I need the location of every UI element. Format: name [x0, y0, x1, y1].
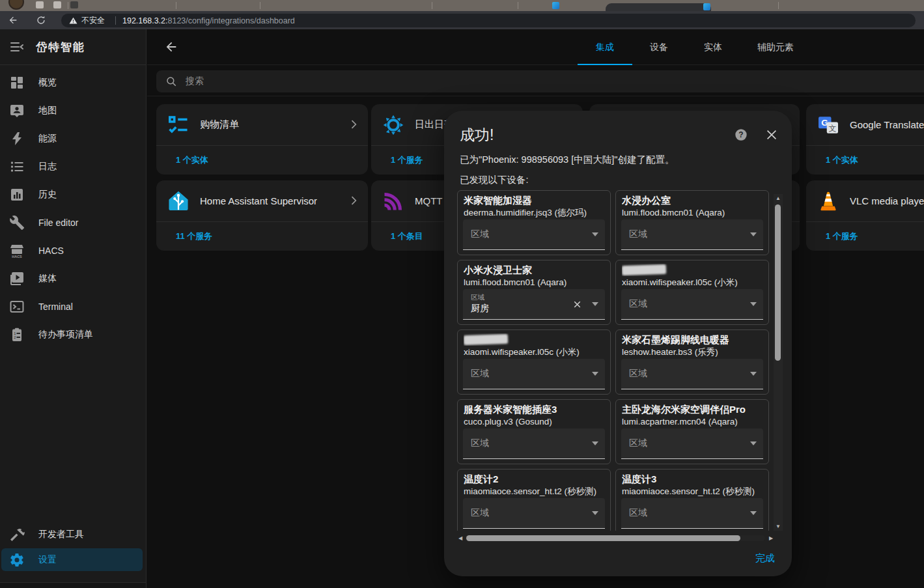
- area-select[interactable]: 区域: [621, 289, 763, 320]
- chevron-right-icon[interactable]: [347, 118, 360, 131]
- sun-icon: [382, 113, 405, 137]
- sidebar-item-label: 历史: [38, 189, 57, 201]
- back-icon[interactable]: [164, 40, 178, 54]
- chevron-down-icon[interactable]: [750, 511, 757, 515]
- search-input[interactable]: 搜索: [156, 70, 924, 92]
- sidebar-item-todo-list[interactable]: 12 待办事项清单: [0, 320, 146, 348]
- integration-card-ha-supervisor[interactable]: Home Assistant Supervisor 11 个服务: [156, 180, 368, 251]
- integration-card-google-translate[interactable]: G文 Google Translate t 1 个实体: [806, 104, 924, 175]
- sidebar-header: 岱特智能: [0, 29, 146, 65]
- browser-profile-avatar[interactable]: [8, 0, 24, 10]
- device-card: 服务器米家智能插座3 cuco.plug.v3 (Gosund) 区域: [457, 399, 611, 464]
- chevron-down-icon[interactable]: [592, 302, 598, 306]
- browser-active-tab[interactable]: [606, 3, 711, 11]
- horizontal-scrollbar[interactable]: ◀ ▶: [456, 533, 775, 543]
- integration-card-vlc[interactable]: VLC media player v 1 个服务: [806, 180, 924, 251]
- sidebar-item-history[interactable]: 历史: [0, 180, 146, 208]
- scroll-left-icon[interactable]: ◀: [456, 535, 465, 541]
- success-dialog: 成功! ? 已为"Phoenix: 998956093 [中国大陆]"创建了配置…: [444, 111, 792, 576]
- entities-link[interactable]: 1 个服务: [391, 154, 423, 166]
- vertical-scrollbar[interactable]: ▲ ▼: [774, 194, 783, 531]
- area-select-label: 区域: [629, 229, 647, 240]
- chart-box-icon: [9, 187, 25, 203]
- tab-helpers[interactable]: 辅助元素: [740, 29, 811, 65]
- vertical-scrollbar-thumb[interactable]: [775, 204, 781, 361]
- close-icon[interactable]: [764, 128, 779, 142]
- sidebar: 岱特智能 概览 地图 能源 日志 历史 File editor HACS HAC…: [0, 29, 147, 588]
- tab-separator: [518, 2, 518, 9]
- help-icon[interactable]: ?: [734, 128, 748, 142]
- console-icon: [9, 299, 25, 315]
- integration-card-shopping-list[interactable]: 购物清单 1 个实体: [156, 104, 368, 175]
- sidebar-item-energy[interactable]: 能源: [0, 124, 146, 152]
- tab-entities[interactable]: 实体: [686, 29, 740, 65]
- dialog-message: 已为"Phoenix: 998956093 [中国大陆]"创建了配置。: [460, 154, 674, 166]
- tab-separator: [68, 2, 68, 9]
- chevron-right-icon[interactable]: [347, 194, 360, 207]
- sidebar-item-media[interactable]: 媒体: [0, 264, 146, 292]
- play-box-icon: [9, 271, 25, 287]
- area-select[interactable]: 区域: [463, 428, 605, 459]
- sidebar-item-label: 设置: [38, 554, 57, 566]
- entities-link[interactable]: 1 个实体: [176, 154, 208, 166]
- dashboard-icon: [9, 75, 25, 91]
- url-bar[interactable]: 不安全 192.168.3.2:8123/config/integrations…: [61, 14, 916, 27]
- area-select-label: 区域: [471, 438, 489, 449]
- google-translate-icon: G文: [817, 113, 840, 137]
- horizontal-scrollbar-thumb[interactable]: [466, 535, 740, 541]
- device-name: [622, 264, 763, 276]
- gear-icon: [9, 552, 25, 568]
- browser-back-icon[interactable]: [8, 15, 18, 25]
- chevron-down-icon[interactable]: [592, 441, 598, 445]
- device-name: 小米水浸卫士家: [464, 264, 604, 276]
- entities-link[interactable]: 1 个条目: [391, 231, 423, 242]
- area-select[interactable]: 区域: [621, 428, 763, 459]
- chevron-down-icon[interactable]: [592, 372, 598, 376]
- chevron-down-icon[interactable]: [592, 232, 598, 236]
- chevron-down-icon[interactable]: [750, 232, 757, 236]
- sidebar-item-terminal[interactable]: Terminal: [0, 292, 146, 320]
- area-select[interactable]: 区域: [621, 359, 763, 389]
- area-select[interactable]: 区域: [463, 498, 605, 529]
- tab-separator: [260, 2, 260, 9]
- sidebar-item-settings[interactable]: 设置: [1, 548, 143, 571]
- area-select[interactable]: 区域: [621, 498, 763, 529]
- sidebar-item-label: Terminal: [38, 301, 73, 312]
- sidebar-item-overview[interactable]: 概览: [0, 68, 146, 96]
- tab-integrations[interactable]: 集成: [578, 29, 632, 65]
- device-name: [464, 333, 604, 346]
- entities-link[interactable]: 1 个实体: [826, 154, 858, 166]
- entities-link[interactable]: 11 个服务: [176, 231, 212, 242]
- sidebar-item-map[interactable]: 地图: [0, 96, 146, 124]
- sidebar-item-file-editor[interactable]: File editor: [0, 208, 146, 236]
- area-select[interactable]: 区域: [463, 359, 605, 389]
- vlc-icon: [817, 189, 840, 213]
- entities-link[interactable]: 1 个服务: [826, 231, 858, 242]
- menu-icon[interactable]: [9, 39, 25, 55]
- scroll-right-icon[interactable]: ▶: [767, 535, 775, 541]
- chevron-down-icon[interactable]: [750, 372, 757, 376]
- chevron-down-icon[interactable]: [750, 441, 757, 445]
- mqtt-icon: [382, 189, 405, 213]
- chevron-down-icon[interactable]: [592, 511, 598, 515]
- sidebar-item-logbook[interactable]: 日志: [0, 152, 146, 180]
- clear-icon[interactable]: [572, 299, 583, 310]
- scroll-up-icon[interactable]: ▲: [774, 195, 783, 201]
- url-host: 192.168.3.2:: [122, 16, 168, 25]
- area-select[interactable]: 区域: [463, 219, 605, 250]
- tab-devices[interactable]: 设备: [632, 29, 686, 65]
- browser-window-icon[interactable]: [36, 1, 44, 8]
- sidebar-item-developer-tools[interactable]: 开发者工具: [0, 520, 146, 548]
- scroll-down-icon[interactable]: ▼: [774, 524, 783, 529]
- chevron-down-icon[interactable]: [750, 302, 757, 306]
- done-button[interactable]: 完成: [755, 552, 775, 565]
- area-select[interactable]: 区域厨房: [463, 289, 605, 320]
- tab-separator: [176, 2, 176, 9]
- browser-window-icon[interactable]: [53, 1, 61, 8]
- sidebar-item-hacs[interactable]: HACS HACS: [0, 236, 146, 264]
- browser-tab-favicon[interactable]: [552, 2, 559, 9]
- page-header: 集成设备实体辅助元素: [147, 29, 924, 65]
- browser-refresh-icon[interactable]: [36, 15, 46, 25]
- integration-name: 购物清单: [200, 119, 239, 131]
- area-select[interactable]: 区域: [621, 219, 763, 250]
